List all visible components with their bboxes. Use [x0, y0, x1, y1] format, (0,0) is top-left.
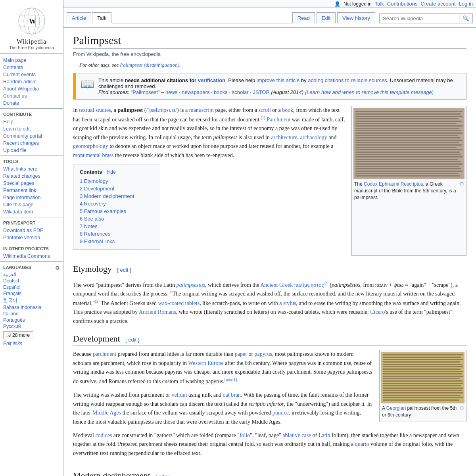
ablative-link[interactable]: ablative case: [282, 432, 311, 438]
sidebar-item-about-wikipedia[interactable]: About Wikipedia: [3, 85, 60, 92]
development-edit-link[interactable]: edit: [128, 337, 136, 343]
dev-image-expand-icon[interactable]: ⊞: [460, 405, 464, 411]
sidebar-item-upload-file[interactable]: Upload file: [3, 147, 60, 154]
edit-links-button[interactable]: Edit links: [3, 341, 60, 346]
improve-article-link[interactable]: improve this article: [257, 77, 299, 83]
sidebar-item-contents[interactable]: Contents: [3, 64, 60, 71]
textual-studies-link[interactable]: textual studies: [79, 107, 111, 113]
wax-tablets-link[interactable]: wax-coated tablets: [158, 300, 200, 306]
lang-item-arabic[interactable]: العربية: [3, 271, 60, 278]
latin-link[interactable]: palimpsestus: [177, 282, 205, 288]
parchment-link[interactable]: Parchment: [267, 117, 290, 123]
contents-hide-button[interactable]: hide: [107, 169, 116, 175]
sidebar-item-what-links-here[interactable]: What links here: [3, 165, 60, 173]
sidebar-item-learn-to-edit[interactable]: Learn to edit: [3, 125, 60, 132]
lang-item-espanol[interactable]: Español: [3, 284, 60, 290]
western-europe-link[interactable]: Western Europe: [188, 360, 223, 366]
sidebar-item-current-events[interactable]: Current events: [3, 71, 60, 78]
oat-bran-link[interactable]: oat bran: [223, 392, 241, 398]
papyrus-link[interactable]: papyrus: [255, 351, 272, 357]
tab-article[interactable]: Article: [67, 12, 91, 23]
sidebar-item-special-pages[interactable]: Special pages: [3, 180, 60, 187]
pronunciation-link[interactable]: /ˈpælɪmpsɛst/: [146, 107, 177, 113]
action-view-history[interactable]: View history: [337, 12, 375, 23]
jstor-link[interactable]: JSTOR: [253, 89, 269, 95]
action-read[interactable]: Read: [292, 12, 315, 23]
vellum-link[interactable]: vellum: [171, 392, 187, 398]
sidebar-item-main-page[interactable]: Main page: [3, 57, 60, 64]
ref-2[interactable]: [2]: [324, 281, 328, 285]
lang-item-italiano[interactable]: Italiano: [3, 311, 60, 317]
pumice-link[interactable]: pumice: [273, 410, 289, 416]
log-in-link[interactable]: Log in: [459, 1, 473, 7]
sidebar-item-wikimedia-commons[interactable]: Wikimedia Commons: [3, 253, 60, 260]
lang-item-russian[interactable]: Русский: [3, 323, 60, 330]
contents-external-links-link[interactable]: 9 External links: [80, 238, 115, 244]
tab-talk[interactable]: Talk: [92, 12, 111, 23]
sidebar-item-contact-us[interactable]: Contact us: [3, 92, 60, 100]
etymology-edit-link[interactable]: edit: [120, 267, 129, 273]
parchment2-link[interactable]: parchment: [93, 351, 116, 357]
manuscript-link[interactable]: manuscript: [189, 107, 214, 113]
ancient-greek-link[interactable]: Ancient Greek: [260, 282, 293, 288]
georgian-link[interactable]: Georgian: [386, 405, 406, 411]
ref-3[interactable]: [3]: [95, 299, 100, 303]
greek-word-link[interactable]: παλίμψηστος: [294, 282, 324, 288]
quarto-link[interactable]: quarto: [355, 441, 369, 447]
codex-link[interactable]: Codex Ephraemi Rescriptus: [364, 181, 423, 187]
books-link[interactable]: books: [214, 89, 228, 95]
languages-settings-icon[interactable]: ⚙: [55, 265, 60, 271]
languages-more-button[interactable]: 𝒜 28 more: [3, 331, 33, 339]
adding-citations-link[interactable]: adding citations to reliable sources: [308, 77, 387, 83]
contributions-link[interactable]: Contributions: [387, 1, 418, 7]
ancient-romans-link[interactable]: Ancient Romans: [139, 309, 176, 315]
folio-link[interactable]: folio: [240, 432, 250, 438]
sidebar-item-help[interactable]: Help: [3, 118, 60, 125]
contents-famous-examples-link[interactable]: 5 Famous examples: [80, 208, 126, 214]
contents-development-link[interactable]: 2 Development: [80, 186, 114, 192]
ref-1[interactable]: [1]: [261, 115, 265, 120]
cicero-link[interactable]: Cicero: [370, 309, 385, 315]
sidebar-item-related-changes[interactable]: Related changes: [3, 173, 60, 180]
contents-notes-link[interactable]: 7 Notes: [80, 223, 98, 229]
contents-modern-decipher-link[interactable]: 3 Modern decipherment: [80, 193, 134, 199]
sidebar-item-recent-changes[interactable]: Recent changes: [3, 140, 60, 147]
sidebar-item-permanent-link[interactable]: Permanent link: [3, 187, 60, 194]
scroll-link[interactable]: scroll: [259, 107, 271, 113]
monumental-brass-link[interactable]: monumental brass: [73, 152, 113, 158]
learn-remove-link[interactable]: (Learn how and when to remove this templ…: [305, 89, 434, 95]
search-input[interactable]: [380, 14, 459, 23]
image-expand-icon[interactable]: ⊞: [460, 181, 464, 187]
contents-recovery-link[interactable]: 4 Recovery: [80, 201, 106, 207]
talk-link[interactable]: Talk: [375, 1, 384, 7]
contents-etymology-link[interactable]: 1 Etymology: [80, 178, 108, 184]
lang-item-korean[interactable]: 한국어: [3, 297, 60, 304]
sidebar-item-page-information[interactable]: Page information: [3, 194, 60, 201]
sidebar-item-community-portal[interactable]: Community portal: [3, 132, 60, 140]
lang-item-bahasa[interactable]: Bahasa Indonesia: [3, 304, 60, 311]
middle-ages-link[interactable]: Middle Ages: [92, 410, 121, 416]
scholar-link[interactable]: scholar: [232, 89, 249, 95]
newspapers-link[interactable]: newspapers: [182, 89, 209, 95]
modern-decipherment-edit-link[interactable]: edit: [159, 474, 167, 476]
sidebar-item-printable-version[interactable]: Printable version: [3, 234, 60, 241]
contents-see-also-link[interactable]: 6 See also: [80, 216, 104, 222]
book-link[interactable]: book: [282, 107, 293, 113]
sidebar-item-wikidata-item[interactable]: Wikidata item: [3, 208, 60, 215]
stylus-link[interactable]: stylus: [283, 300, 296, 306]
lang-item-francais[interactable]: Français: [3, 290, 60, 297]
note-1[interactable]: [note 1]: [225, 377, 237, 382]
citation-verification-link[interactable]: verification: [198, 77, 225, 83]
contents-references-link[interactable]: 8 References: [80, 231, 110, 237]
latin2-link[interactable]: Latin: [319, 432, 330, 438]
disambiguation-link[interactable]: Palimpsest (disambiguation): [120, 62, 179, 68]
sidebar-item-donate[interactable]: Donate: [3, 100, 60, 107]
architecture-link[interactable]: architecture: [271, 134, 297, 140]
sidebar-item-cite-this-page[interactable]: Cite this page: [3, 201, 60, 208]
news-link[interactable]: news: [165, 89, 177, 95]
create-account-link[interactable]: Create account: [420, 1, 455, 7]
archaeology-link[interactable]: archaeology: [300, 134, 327, 140]
geomorphology-link[interactable]: geomorphology: [73, 143, 108, 149]
lang-item-portugues[interactable]: Português: [3, 317, 60, 323]
paper-link[interactable]: paper: [235, 351, 247, 357]
